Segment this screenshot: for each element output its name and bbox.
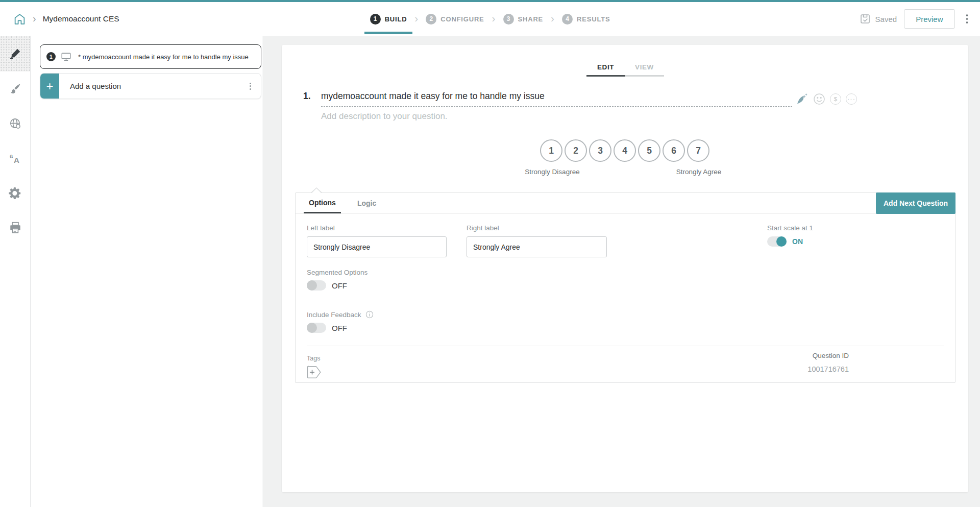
question-number-badge: 1 <box>46 52 56 61</box>
question-id-block: Question ID 1001716761 <box>807 352 849 373</box>
top-accent-bar <box>0 0 980 2</box>
right-label-group: Right label <box>467 224 607 257</box>
step-results-number: 4 <box>562 14 573 25</box>
home-icon[interactable] <box>13 13 26 26</box>
step-share-number: 3 <box>503 14 514 25</box>
add-next-question-button[interactable]: Add Next Question <box>876 192 955 214</box>
segmented-options-state: OFF <box>332 281 347 290</box>
tab-options[interactable]: Options <box>304 193 341 213</box>
header: › Mydemoaccount CES 1 BUILD › 2 CONFIGUR… <box>0 2 980 36</box>
feather-sparkles-icon[interactable] <box>795 93 808 105</box>
edit-view-tabs: EDIT VIEW <box>282 45 968 77</box>
question-description-placeholder[interactable]: Add description to your question. <box>321 111 448 122</box>
start-scale-toggle[interactable] <box>767 236 787 247</box>
scale-option-5[interactable]: 5 <box>638 139 660 162</box>
chevron-separator-icon: › <box>492 13 496 25</box>
add-question-button[interactable]: + Add a question <box>40 73 261 99</box>
step-configure-label: CONFIGURE <box>440 15 484 23</box>
question-editor-card: EDIT VIEW 1. mydemoaccount made it easy … <box>282 45 968 492</box>
tab-logic[interactable]: Logic <box>352 193 381 213</box>
rail-edit-questions[interactable] <box>0 36 30 71</box>
question-options-panel: Options Logic Add Next Question Left lab… <box>295 192 955 383</box>
print-icon <box>9 221 22 234</box>
question-item-label: * mydemoaccount made it easy for me to h… <box>78 53 249 61</box>
step-build-number: 1 <box>370 14 381 25</box>
step-share[interactable]: 3 SHARE <box>503 14 544 25</box>
build-stepper: 1 BUILD › 2 CONFIGURE › 3 SHARE › 4 RESU… <box>0 2 980 36</box>
rail-print[interactable] <box>0 210 30 245</box>
segmented-options-toggle[interactable] <box>307 280 326 291</box>
rail-customize-appearance[interactable] <box>0 71 30 106</box>
left-label-input[interactable] <box>307 236 447 257</box>
edit-pencil-icon <box>9 47 22 60</box>
add-question-label: Add a question <box>70 82 121 90</box>
question-index: 1. <box>303 91 311 102</box>
options-logic-tabs: Options Logic <box>296 193 955 214</box>
tab-view[interactable]: VIEW <box>625 63 664 77</box>
scale-left-anchor: Strongly Disagree <box>525 168 579 176</box>
chevron-separator-icon: › <box>414 13 418 25</box>
scale-option-3[interactable]: 3 <box>589 139 611 162</box>
question-id-value: 1001716761 <box>807 365 849 373</box>
web-globe-icon <box>9 117 22 130</box>
plus-icon: + <box>40 74 59 99</box>
preview-button[interactable]: Preview <box>904 9 954 29</box>
svg-text:A: A <box>14 156 19 164</box>
step-build[interactable]: 1 BUILD <box>370 14 407 25</box>
svg-text:a: a <box>10 153 13 159</box>
tab-edit[interactable]: EDIT <box>586 63 625 77</box>
segmented-options-caption: Segmented Options <box>307 269 944 276</box>
info-icon[interactable] <box>365 310 374 319</box>
save-status: Saved <box>859 13 897 25</box>
step-results-label: RESULTS <box>577 15 610 23</box>
step-configure[interactable]: 2 CONFIGURE <box>426 14 484 25</box>
rail-settings[interactable] <box>0 176 30 210</box>
scale-option-2[interactable]: 2 <box>565 139 587 162</box>
question-list-panel: 1 * mydemoaccount made it easy for me to… <box>31 36 262 507</box>
step-configure-number: 2 <box>426 14 436 25</box>
scale-right-anchor: Strongly Agree <box>676 168 722 176</box>
question-id-caption: Question ID <box>807 352 849 359</box>
ellipsis-icon[interactable]: ··· <box>846 93 857 105</box>
question-list-item-1[interactable]: 1 * mydemoaccount made it easy for me to… <box>40 44 261 69</box>
scale-option-1[interactable]: 1 <box>540 139 562 162</box>
header-kebab-menu-icon[interactable] <box>962 11 972 27</box>
ces-scale: 1 2 3 4 5 6 7 <box>540 139 709 162</box>
main-content-area: EDIT VIEW 1. mydemoaccount made it easy … <box>263 36 980 507</box>
saved-label: Saved <box>875 15 897 23</box>
settings-gear-icon <box>8 186 22 200</box>
tag-plus-icon[interactable] <box>307 366 322 381</box>
step-share-label: SHARE <box>518 15 544 23</box>
include-feedback-state: OFF <box>332 324 347 332</box>
options-divider <box>307 346 944 346</box>
style-brush-icon <box>9 83 21 95</box>
scale-option-4[interactable]: 4 <box>614 139 636 162</box>
rail-translations[interactable]: aA <box>0 141 30 176</box>
smiley-icon[interactable] <box>813 93 825 105</box>
add-question-kebab-icon[interactable] <box>247 80 254 92</box>
include-feedback-group: Include Feedback OFF <box>307 310 944 333</box>
include-feedback-caption: Include Feedback <box>307 311 361 319</box>
include-feedback-toggle[interactable] <box>307 323 326 333</box>
scale-option-6[interactable]: 6 <box>663 139 685 162</box>
scale-option-7[interactable]: 7 <box>687 139 709 162</box>
start-scale-group: Start scale at 1 ON <box>767 224 813 257</box>
left-label-group: Left label <box>307 224 447 257</box>
chevron-separator-icon: › <box>551 13 554 25</box>
tool-rail: aA <box>0 36 31 507</box>
right-label-input[interactable] <box>467 236 607 257</box>
step-results[interactable]: 4 RESULTS <box>562 14 610 25</box>
dollar-icon[interactable]: $ <box>830 93 841 105</box>
step-build-label: BUILD <box>385 15 407 23</box>
segmented-options-group: Segmented Options OFF <box>307 269 944 291</box>
question-text-field[interactable]: mydemoaccount made it easy for me to han… <box>321 91 792 107</box>
start-scale-caption: Start scale at 1 <box>767 224 813 232</box>
rail-web-distribution[interactable] <box>0 106 30 141</box>
breadcrumb: › Mydemoaccount CES <box>13 2 119 36</box>
start-scale-state: ON <box>792 237 803 246</box>
save-floppy-icon <box>859 13 871 25</box>
chevron-right-icon: › <box>33 13 36 25</box>
breadcrumb-survey-title: Mydemoaccount CES <box>43 14 119 23</box>
tags-section: Tags Question ID 1001716761 <box>307 355 944 381</box>
left-label-caption: Left label <box>307 224 447 232</box>
